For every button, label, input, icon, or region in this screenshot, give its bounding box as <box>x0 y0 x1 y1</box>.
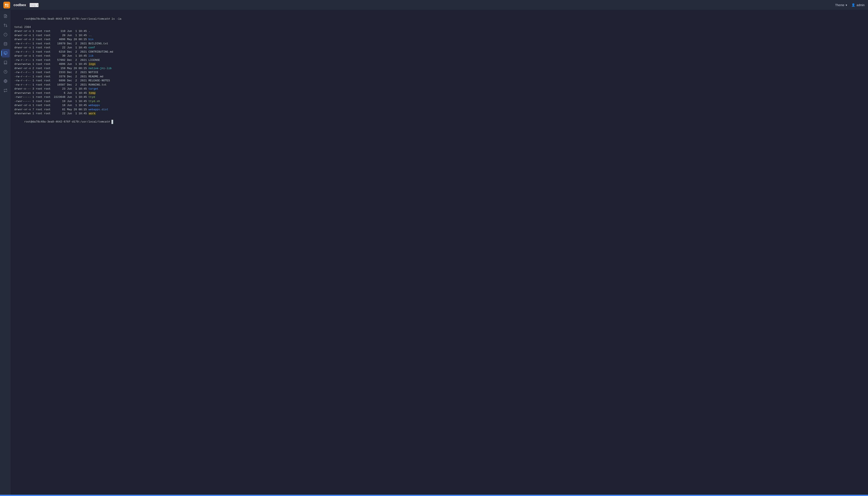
terminal-output-building: -rw-r--r-- 1 root root 18970 Dec 2 2021 … <box>14 42 865 46</box>
sidebar-item-transfer[interactable] <box>1 86 10 95</box>
help-button[interactable]: Help ▾ <box>30 3 39 7</box>
terminal-output-notice: -rw-r--r-- 1 root root 2333 Dec 2 2021 N… <box>14 70 865 75</box>
terminal-output-native-jni-lib: drwxr-xr-x 2 root root 159 May 20 08:15 … <box>14 66 865 71</box>
terminal-output-license: -rw-r--r-- 1 root root 57092 Dec 2 2021 … <box>14 58 865 62</box>
terminal-output-ttyd: -rwxr----- 1 root root 2223648 Jun 1 10:… <box>14 95 865 99</box>
sidebar-item-terminal[interactable] <box>1 49 10 58</box>
main-layout: root@da78c48a-3ea8-4642-676f-d179:/usr/l… <box>0 10 868 495</box>
admin-label: admin <box>857 3 865 7</box>
svg-point-7 <box>4 24 5 25</box>
terminal-output-work: drwxrwxrwx 1 root root 22 Jun 1 10:45 wo… <box>14 111 865 116</box>
terminal-output-line-dot: drwxr-xr-x 1 root root 110 Jun 1 10:45 . <box>14 29 865 33</box>
admin-user-icon: 👤 <box>851 3 855 7</box>
bottom-status-bar <box>0 495 868 496</box>
terminal-cursor <box>111 120 113 124</box>
svg-rect-1 <box>7 4 9 5</box>
terminal-area[interactable]: root@da78c48a-3ea8-4642-676f-d179:/usr/l… <box>11 10 868 495</box>
sidebar-item-docs[interactable] <box>1 58 10 67</box>
terminal-prompt-2: root@da78c48a-3ea8-4642-676f-d179:/usr/l… <box>24 120 111 123</box>
sidebar-item-git[interactable] <box>1 21 10 30</box>
logo[interactable] <box>3 2 10 9</box>
terminal-output-webapps: drwxr-xr-x 1 root root 18 Jun 1 10:45 we… <box>14 103 865 108</box>
sidebar-item-database[interactable] <box>1 40 10 48</box>
terminal-output-logs: drwxrwxrwx 1 root root 4096 Jun 1 10:45 … <box>14 62 865 66</box>
terminal-output-release-notes: -rw-r--r-- 1 root root 6898 Dec 2 2021 R… <box>14 79 865 83</box>
theme-label: Theme <box>835 3 845 7</box>
terminal-output-bin: drwxr-xr-x 2 root root 4096 May 20 08:15… <box>14 37 865 42</box>
sidebar-item-history[interactable] <box>1 67 10 76</box>
terminal-output-line-dotdot: drwxr-xr-x 1 root root 20 Jun 1 10:45 .. <box>14 33 865 37</box>
terminal-command-line: root@da78c48a-3ea8-4642-676f-d179:/usr/l… <box>14 13 865 25</box>
svg-rect-0 <box>5 4 6 5</box>
sidebar-item-debug[interactable] <box>1 30 10 39</box>
help-chevron-icon: ▾ <box>37 3 38 7</box>
svg-rect-3 <box>7 6 9 6</box>
terminal-command: ls -la <box>110 17 122 20</box>
navbar: codbex Help ▾ Theme ▾ 👤 admin <box>0 0 868 10</box>
terminal-output-conf: drwxr-xr-x 1 root root 22 Jun 1 10:45 co… <box>14 46 865 50</box>
sidebar <box>0 10 11 495</box>
terminal-output-webapps-dist: drwxr-xr-x 7 root root 81 May 20 08:15 w… <box>14 108 865 112</box>
terminal-new-prompt: root@da78c48a-3ea8-4642-676f-d179:/usr/l… <box>14 116 865 128</box>
terminal-output-readme: -rw-r--r-- 1 root root 3378 Dec 2 2021 R… <box>14 75 865 79</box>
svg-rect-10 <box>4 52 7 54</box>
terminal-output-temp: drwxrwxrwx 1 root root 6 Jun 1 10:45 tem… <box>14 91 865 95</box>
terminal-output-total: total 2304 <box>14 25 865 29</box>
terminal-prompt: root@da78c48a-3ea8-4642-676f-d179:/usr/l… <box>24 17 110 20</box>
terminal-output-ttyd-sh: -rwxr----- 1 root root 19 Jun 1 10:45 tt… <box>14 99 865 104</box>
terminal-output-running: -rw-r--r-- 1 root root 16507 Dec 2 2021 … <box>14 83 865 87</box>
admin-button[interactable]: 👤 admin <box>851 3 865 7</box>
svg-point-9 <box>4 43 7 44</box>
terminal-output-lib: drwxr-xr-x 1 root root 30 Jun 1 10:45 li… <box>14 54 865 58</box>
svg-rect-2 <box>5 6 6 6</box>
theme-chevron-icon: ▾ <box>846 3 847 7</box>
brand-name: codbex <box>14 3 26 7</box>
terminal-output-contributing: -rw-r--r-- 1 root root 6210 Dec 2 2021 C… <box>14 50 865 54</box>
svg-point-6 <box>6 26 7 27</box>
sidebar-item-files[interactable] <box>1 12 10 20</box>
terminal-output-target: drwxr-x--- 3 root root 23 Jun 1 10:45 ta… <box>14 87 865 91</box>
theme-button[interactable]: Theme ▾ <box>835 3 847 7</box>
navbar-left: codbex Help ▾ <box>3 2 38 9</box>
navbar-right: Theme ▾ 👤 admin <box>835 3 865 7</box>
help-label: Help <box>30 3 36 7</box>
sidebar-item-globe[interactable] <box>1 77 10 86</box>
